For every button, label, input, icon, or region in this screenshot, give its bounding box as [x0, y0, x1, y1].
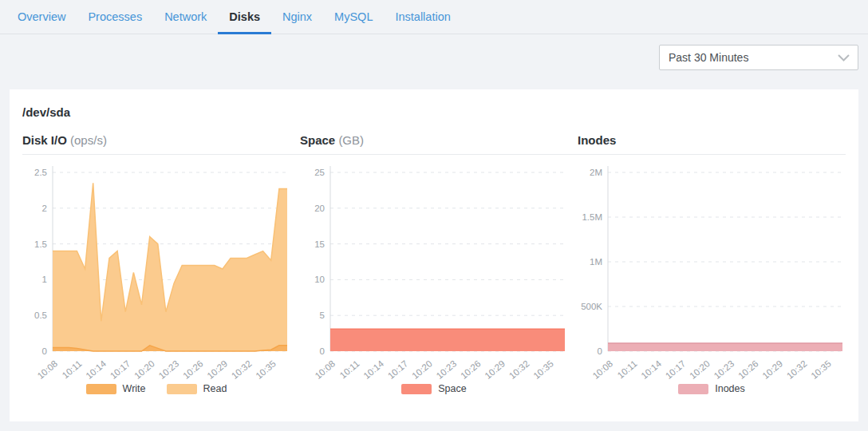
- space-chart-canvas: 051015202510:0810:1110:1410:1710:2010:23…: [300, 158, 568, 380]
- x-axis-tick-label: 10:26: [459, 358, 483, 380]
- x-axis-tick-label: 10:23: [435, 358, 459, 380]
- svg-text:2.5: 2.5: [34, 168, 47, 177]
- svg-text:2M: 2M: [590, 168, 602, 177]
- legend-item-read[interactable]: Read: [167, 382, 227, 396]
- chevron-down-icon: [838, 54, 850, 61]
- card-title: /dev/sda: [22, 105, 846, 119]
- svg-text:1: 1: [42, 275, 47, 284]
- disk-io-legend: WriteRead: [22, 382, 290, 396]
- x-axis-tick-label: 10:14: [84, 358, 108, 380]
- legend-item-write[interactable]: Write: [86, 382, 146, 396]
- svg-text:10: 10: [314, 275, 325, 284]
- inodes-chart-canvas: 0500K1M1.5M2M10:0810:1110:1410:1710:2010…: [578, 158, 846, 380]
- legend-item-space[interactable]: Space: [401, 382, 466, 396]
- svg-text:20: 20: [314, 204, 325, 213]
- tab-mysql[interactable]: MySQL: [323, 1, 384, 34]
- legend-label: Read: [203, 383, 227, 394]
- svg-text:25: 25: [314, 168, 325, 177]
- inodes-chart: 0500K1M1.5M2M10:0810:1110:1410:1710:2010…: [578, 158, 846, 396]
- space-legend: Space: [300, 382, 568, 396]
- disk-card: /dev/sda Disk I/O (ops/s) Space (GB) Ino…: [10, 89, 858, 421]
- svg-text:1M: 1M: [590, 257, 602, 267]
- chart-title-disk-io: Disk I/O (ops/s): [22, 133, 290, 147]
- tab-installation[interactable]: Installation: [384, 1, 461, 34]
- x-axis-tick-label: 10:26: [181, 358, 205, 380]
- x-axis-tick-label: 10:23: [712, 358, 736, 380]
- svg-text:1.5M: 1.5M: [582, 212, 602, 222]
- chart-svg: 00.511.522.510:0810:1110:1410:1710:2010:…: [22, 158, 290, 380]
- svg-text:0.5: 0.5: [34, 310, 47, 320]
- x-axis-tick-label: 10:17: [386, 358, 410, 380]
- x-axis-tick-label: 10:20: [410, 358, 434, 380]
- x-axis-tick-label: 10:32: [507, 358, 531, 380]
- time-range-value: Past 30 Minutes: [669, 51, 748, 64]
- tab-disks[interactable]: Disks: [218, 1, 271, 34]
- x-axis-tick-label: 10:20: [132, 358, 156, 380]
- x-axis-tick-label: 10:32: [230, 358, 254, 380]
- chart-title-unit: (GB): [338, 133, 364, 147]
- space-chart: 051015202510:0810:1110:1410:1710:2010:23…: [300, 158, 568, 396]
- legend-swatch: [401, 384, 432, 394]
- tab-processes[interactable]: Processes: [77, 1, 153, 34]
- toolbar: Past 30 Minutes: [0, 34, 868, 70]
- legend-item-inodes[interactable]: Inodes: [678, 382, 745, 396]
- x-axis-tick-label: 10:32: [785, 358, 809, 380]
- svg-text:15: 15: [314, 239, 325, 249]
- x-axis-tick-label: 10:11: [338, 358, 361, 380]
- time-range-select[interactable]: Past 30 Minutes: [659, 45, 858, 70]
- tab-bar: Overview Processes Network Disks Nginx M…: [0, 0, 868, 34]
- svg-text:0: 0: [598, 346, 602, 356]
- x-axis-tick-label: 10:08: [36, 358, 60, 380]
- chart-title-inodes: Inodes: [578, 133, 846, 147]
- disk-io-chart-canvas: 00.511.522.510:0810:1110:1410:1710:2010:…: [22, 158, 290, 380]
- x-axis-tick-label: 10:35: [809, 358, 833, 380]
- svg-text:0: 0: [320, 346, 325, 356]
- divider: [22, 154, 846, 155]
- chart-svg: 0500K1M1.5M2M10:0810:1110:1410:1710:2010…: [578, 158, 846, 380]
- x-axis-tick-label: 10:11: [61, 358, 84, 380]
- svg-text:500K: 500K: [581, 302, 602, 311]
- x-axis-tick-label: 10:29: [205, 358, 229, 380]
- legend-swatch: [678, 384, 708, 394]
- chart-title-space: Space (GB): [300, 133, 568, 147]
- x-axis-tick-label: 10:17: [108, 358, 132, 380]
- x-axis-tick-label: 10:20: [688, 358, 712, 380]
- disk-io-chart: 00.511.522.510:0810:1110:1410:1710:2010:…: [22, 158, 290, 396]
- tab-nginx[interactable]: Nginx: [271, 1, 323, 34]
- inodes-legend: Inodes: [578, 382, 846, 396]
- chart-title-unit: (ops/s): [70, 133, 107, 147]
- x-axis-tick-label: 10:11: [616, 358, 639, 380]
- x-axis-tick-label: 10:35: [254, 358, 278, 380]
- svg-text:1.5: 1.5: [34, 239, 47, 249]
- x-axis-tick-label: 10:08: [591, 358, 615, 380]
- chart-titles-row: Disk I/O (ops/s) Space (GB) Inodes: [22, 133, 846, 147]
- svg-text:2: 2: [42, 204, 47, 213]
- x-axis-tick-label: 10:29: [760, 358, 784, 380]
- tab-overview[interactable]: Overview: [6, 1, 77, 34]
- x-axis-tick-label: 10:08: [314, 358, 337, 380]
- legend-label: Inodes: [715, 383, 745, 394]
- x-axis-tick-label: 10:26: [736, 358, 760, 380]
- legend-swatch: [167, 384, 197, 394]
- svg-text:0: 0: [42, 346, 47, 356]
- tab-network[interactable]: Network: [153, 1, 218, 34]
- x-axis-tick-label: 10:14: [361, 358, 385, 380]
- x-axis-tick-label: 10:17: [664, 358, 688, 380]
- x-axis-tick-label: 10:29: [483, 358, 507, 380]
- x-axis-tick-label: 10:14: [639, 358, 663, 380]
- chart-svg: 051015202510:0810:1110:1410:1710:2010:23…: [300, 158, 568, 380]
- x-axis-tick-label: 10:23: [157, 358, 181, 380]
- legend-swatch: [86, 384, 116, 394]
- legend-label: Space: [438, 383, 466, 394]
- svg-text:5: 5: [320, 310, 325, 320]
- x-axis-tick-label: 10:35: [531, 358, 555, 380]
- legend-label: Write: [123, 383, 146, 394]
- charts-row: 00.511.522.510:0810:1110:1410:1710:2010:…: [22, 158, 846, 396]
